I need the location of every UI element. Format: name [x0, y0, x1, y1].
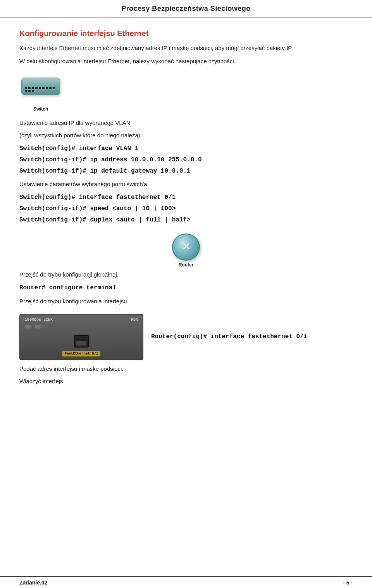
port-note: Ustawienie parametrów wybranego portu sw… [19, 180, 353, 189]
code-block-vlan: Switch(config)# interface VLAN 1 Switch(… [19, 143, 353, 176]
switch-icon [19, 78, 62, 105]
vlan-text-2: (czyli wszystkich portów które do niego … [19, 130, 353, 140]
enable-note: Włączyć interfejs. [19, 377, 353, 386]
router-note-2: Przejść do trybu konfigurowania interfej… [19, 297, 353, 306]
router-code-2: Router(config)# interface fastethernet 0… [151, 331, 307, 342]
page-footer: Zadanie.02 - 5 - [0, 576, 372, 588]
code-line-4: Switch(config)# interface fastethernet 0… [19, 192, 353, 203]
port-center [25, 332, 138, 351]
code-line-6: Switch(config-if)# duplex <auto | full |… [19, 214, 353, 226]
code-line-1: Switch(config)# interface VLAN 1 [19, 143, 353, 154]
code-block-port: Switch(config)# interface fastethernet 0… [19, 192, 353, 225]
router-icon: ✕ [169, 233, 203, 261]
router-x-mark: ✕ [182, 240, 191, 253]
router-code-1: Router# configure terminal [19, 282, 353, 294]
router-section: ✕ Router Przejść do trybu konfiguracji g… [19, 233, 353, 386]
port-100-label: 100Mbps LINK [25, 318, 53, 322]
port-led-row [25, 324, 138, 329]
port-fdx-label: FDX [131, 318, 138, 322]
intro-text-1: Każdy interfejs Ethernet musi mieć zdefi… [19, 43, 353, 53]
vlan-text-1: Ustawienie adresu IP dla wybranego VLAN [19, 118, 353, 128]
page-header: Procesy Bezpieczeństwa Sieciowego [0, 0, 372, 17]
port-bottom-label: FastEthernet 0/1 [62, 351, 100, 356]
intro-text-2: W celu skonfigurowania interfejsu Ethern… [19, 57, 353, 66]
code-line-2: Switch(config-if)# ip address 10.0.0.10 … [19, 154, 353, 166]
footer-left: Zadanie.02 [19, 579, 47, 586]
code-block-router-1: Router# configure terminal [19, 282, 353, 294]
code-block-router-2: Router(config)# interface fastethernet 0… [151, 331, 307, 342]
code-line-5: Switch(config-if)# speed <auto | 10 | 10… [19, 203, 353, 214]
rj45-port [74, 335, 89, 348]
switch-image-block: Switch [19, 78, 353, 114]
router-label: Router [179, 262, 194, 268]
port-image: 100Mbps LINK FDX FastEthernet 0/1 [19, 314, 143, 360]
addr-note: Podać adres interfejsu i maskę podsieci. [19, 364, 353, 374]
switch-figure: Switch [19, 78, 62, 112]
router-note-1: Przejść do trybu konfiguracji globalnej. [19, 270, 353, 279]
page-content: Konfigurowanie interfejsu Ethernet Każdy… [0, 17, 372, 412]
port-led-2 [35, 324, 42, 329]
port-led-1 [25, 324, 32, 329]
switch-label: Switch [33, 106, 48, 112]
router-figure: ✕ Router [19, 233, 353, 268]
code-line-3: Switch(config-if)# ip default-gateway 10… [19, 166, 353, 177]
footer-right: - 5 - [343, 579, 353, 586]
header-title: Procesy Bezpieczeństwa Sieciowego [121, 5, 251, 12]
fast-eth-block: 100Mbps LINK FDX FastEthernet 0/1 [19, 314, 353, 360]
section-title: Konfigurowanie interfejsu Ethernet [19, 29, 353, 38]
